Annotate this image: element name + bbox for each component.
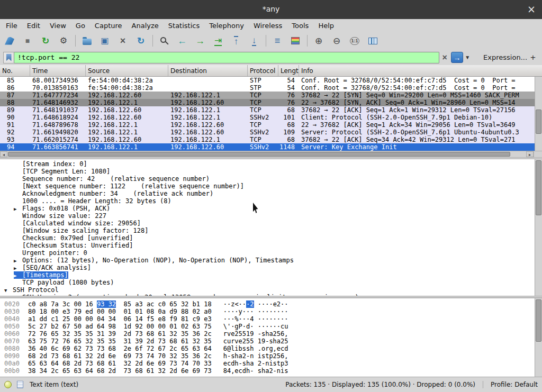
close-window-icon[interactable]: × xyxy=(527,3,536,15)
menu-analyze[interactable]: Analyze xyxy=(128,22,163,30)
packet-row[interactable]: 88 71.648146932 192.168.122.1 192.168.12… xyxy=(0,99,542,106)
filter-clear-icon[interactable]: × xyxy=(439,53,450,62)
detail-line[interactable]: [TCP Segment Len: 1080] xyxy=(0,168,542,175)
go-to-packet-icon[interactable]: ⇥ xyxy=(211,34,225,48)
menu-file[interactable]: File xyxy=(2,22,22,30)
hscroll-thumb[interactable] xyxy=(8,152,510,157)
column-header-protocol[interactable]: Protocol xyxy=(248,65,278,76)
detail-line[interactable]: Checksum: 0x79ed [unverified] xyxy=(0,234,542,242)
hex-scrollbar-thumb[interactable] xyxy=(536,299,541,342)
menu-telephony[interactable]: Telephony xyxy=(205,22,248,30)
hex-row[interactable]: 0020c0 a8 7a 3c 00 16 93 32 85 a3 ac c0 … xyxy=(0,300,542,308)
zoom-out-icon[interactable]: ⊖ xyxy=(329,34,344,48)
menu-tools[interactable]: Tools xyxy=(287,22,313,30)
packet-row[interactable]: 86 70.013850163 fe:54:00:d4:38:2a STP 54… xyxy=(0,84,542,92)
packet-list-scrollbar-thumb[interactable] xyxy=(536,110,541,134)
detail-line[interactable]: [Window size scaling factor: 128] xyxy=(0,227,542,234)
detail-line[interactable]: Window size value: 227 xyxy=(0,212,542,220)
detail-line[interactable]: [Checksum Status: Unverified] xyxy=(0,242,542,249)
menu-help[interactable]: Help xyxy=(314,22,338,30)
hex-row[interactable]: 003080 18 00 e3 79 ed 00 00 01 01 08 0a … xyxy=(0,308,542,315)
detail-line[interactable]: [Stream index: 0] xyxy=(0,160,542,168)
hex-row[interactable]: 007063 75 72 76 65 32 35 35 31 39 2d 73 … xyxy=(0,338,542,345)
go-to-bottom-icon[interactable]: ↓ xyxy=(247,34,261,48)
filter-dropdown-icon[interactable]: ▼ xyxy=(463,54,472,60)
hex-row[interactable]: 0040a1 dd c1 25 00 00 04 34 06 14 f5 e8 … xyxy=(0,315,542,323)
menu-go[interactable]: Go xyxy=(71,22,89,30)
expander-icon[interactable]: ▶ xyxy=(14,257,22,265)
close-file-icon[interactable]: × xyxy=(115,34,130,48)
packet-row[interactable]: 93 71.662015274 192.168.122.60 192.168.1… xyxy=(0,136,542,143)
details-scrollbar[interactable] xyxy=(535,159,542,296)
packet-row[interactable]: 91 71.648789678 192.168.122.1 192.168.12… xyxy=(0,121,542,129)
expander-icon[interactable]: ▼ xyxy=(4,287,13,294)
reload-file-icon[interactable]: ↻ xyxy=(133,34,148,48)
save-file-icon[interactable]: ▣ xyxy=(97,34,112,48)
hex-row[interactable]: 00b038 34 2c 65 63 64 68 2d 73 68 61 32 … xyxy=(0,367,542,375)
detail-line[interactable]: SSH Version 2 (encryption:chacha20-poly1… xyxy=(0,294,542,296)
expert-info-icon[interactable] xyxy=(4,381,12,388)
hex-row[interactable]: 008036 40 6c 69 62 73 73 68 2e 6f 72 67 … xyxy=(0,345,542,352)
expander-icon[interactable]: ▶ xyxy=(14,205,22,213)
packet-row[interactable]: 94 71.663856741 192.168.122.1 192.168.12… xyxy=(0,143,542,151)
packet-row[interactable]: 85 68.001734936 fe:54:00:d4:38:2a STP 54… xyxy=(0,77,542,84)
expander-icon[interactable]: ▶ xyxy=(14,272,22,279)
column-header-length[interactable]: Length xyxy=(278,65,299,76)
zoom-in-icon[interactable]: ⊕ xyxy=(311,34,326,48)
detail-line[interactable]: Acknowledgment number: 34 (relative ack … xyxy=(0,190,542,197)
go-forward-icon[interactable]: → xyxy=(193,34,207,48)
detail-line[interactable]: Urgent pointer: 0 xyxy=(0,249,542,257)
packet-row[interactable]: 89 71.648191037 192.168.122.60 192.168.1… xyxy=(0,106,542,114)
detail-line[interactable]: [Calculated window size: 29056] xyxy=(0,220,542,227)
detail-line[interactable]: 1000 .... = Header Length: 32 bytes (8) xyxy=(0,197,542,205)
column-header-info[interactable]: Info xyxy=(299,65,542,76)
resize-columns-icon[interactable] xyxy=(365,34,380,48)
capture-options-icon[interactable]: ⚙ xyxy=(56,34,71,48)
menu-wireless[interactable]: Wireless xyxy=(249,22,286,30)
detail-line[interactable]: Sequence number: 42 (relative sequence n… xyxy=(0,175,542,183)
hex-row[interactable]: 006072 76 65 32 35 35 31 39 2d 73 68 61 … xyxy=(0,330,542,338)
column-header-no[interactable]: No. xyxy=(0,65,30,76)
hex-scrollbar[interactable] xyxy=(535,298,542,377)
detail-line[interactable]: ▶Options: (12 bytes), No-Operation (NOP)… xyxy=(0,257,542,264)
packet-row[interactable]: 92 71.661949820 192.168.122.1 192.168.12… xyxy=(0,129,542,136)
find-packet-icon[interactable] xyxy=(157,34,171,48)
menu-statistics[interactable]: Statistics xyxy=(164,22,204,30)
statusbar-profile[interactable]: Profile: Default xyxy=(483,381,538,388)
column-header-time[interactable]: Time xyxy=(30,65,86,76)
detail-line[interactable]: ▶[SEQ/ACK analysis] xyxy=(0,264,542,271)
detail-line[interactable]: ▶Flags: 0x018 (PSH, ACK) xyxy=(0,205,542,212)
details-scrollbar-thumb[interactable] xyxy=(536,160,541,215)
colorize-icon[interactable] xyxy=(288,34,303,48)
scroll-right-icon[interactable]: ▸ xyxy=(526,151,534,157)
zoom-original-icon[interactable]: 1:1 xyxy=(347,34,362,48)
scroll-left-icon[interactable]: ◂ xyxy=(0,151,7,157)
packet-row[interactable]: 87 71.647777234 192.168.122.60 192.168.1… xyxy=(0,92,542,99)
menu-view[interactable]: View xyxy=(46,22,70,30)
go-back-icon[interactable]: ← xyxy=(175,34,189,48)
filter-add-button[interactable]: + xyxy=(527,52,539,63)
autoscroll-icon[interactable]: ≡ xyxy=(270,34,285,48)
filter-bookmark-icon[interactable] xyxy=(3,52,14,63)
hex-row[interactable]: 009068 2d 73 68 61 32 2d 6e 69 73 74 70 … xyxy=(0,352,542,360)
restart-capture-icon[interactable]: ↻ xyxy=(38,34,53,48)
open-file-icon[interactable] xyxy=(79,34,94,48)
hscroll-track[interactable] xyxy=(7,151,526,157)
hex-row[interactable]: 00a065 63 64 68 2d 73 68 61 32 2d 6e 69 … xyxy=(0,360,542,367)
packet-list-hscrollbar[interactable]: ◂ ▸ xyxy=(0,151,542,157)
packet-list-scrollbar[interactable] xyxy=(535,77,542,151)
title-bar[interactable]: *any × xyxy=(0,0,542,19)
expression-button[interactable]: Expression... xyxy=(483,53,527,61)
detail-line[interactable]: TCP payload (1080 bytes) xyxy=(0,279,542,286)
column-header-destination[interactable]: Destination xyxy=(168,65,248,76)
column-header-source[interactable]: Source xyxy=(86,65,168,76)
menu-edit[interactable]: Edit xyxy=(23,22,44,30)
detail-line[interactable]: ▼SSH Protocol xyxy=(0,286,542,294)
detail-line[interactable]: [Next sequence number: 1122 (relative se… xyxy=(0,183,542,190)
go-to-top-icon[interactable]: ↑ xyxy=(229,34,243,48)
detail-line[interactable]: ▶[Timestamps] xyxy=(0,271,542,279)
packet-row[interactable]: 90 71.648618924 192.168.122.60 192.168.1… xyxy=(0,114,542,121)
capture-comment-icon[interactable] xyxy=(17,381,23,388)
expander-icon[interactable]: ▶ xyxy=(14,265,22,272)
filter-apply-icon[interactable]: → xyxy=(451,52,463,63)
